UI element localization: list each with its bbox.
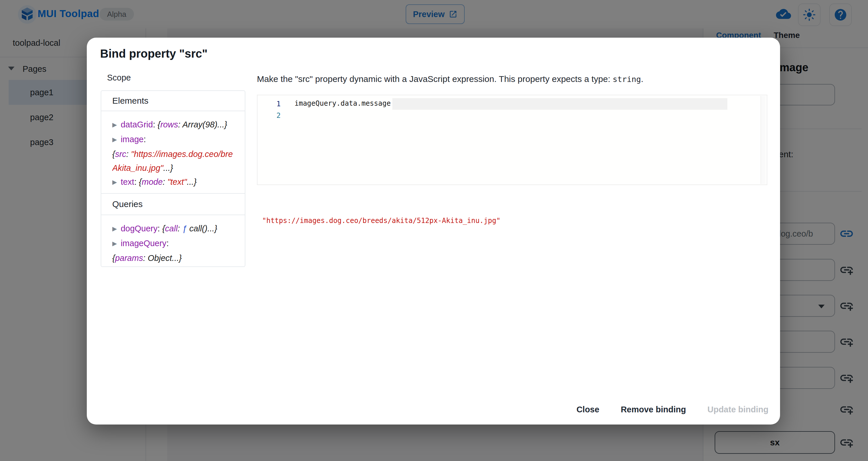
- close-button[interactable]: Close: [574, 402, 601, 417]
- expression-result: "https://images.dog.ceo/breeds/akita/512…: [262, 217, 500, 225]
- editor-scrollbar[interactable]: [761, 96, 766, 184]
- scope-section: Queries▶dogQuery: {call: ƒ call()...}▶im…: [101, 193, 245, 267]
- editor-code-line[interactable]: imageQuery.data.message: [294, 99, 391, 108]
- expander-icon[interactable]: ▶: [112, 175, 117, 189]
- scope-section: Elements▶dataGrid: {rows: Array(98)...}▶…: [101, 91, 245, 193]
- toolpad-editor-screen: MUI Toolpad Alpha Preview: [0, 0, 868, 461]
- description-text: Make the "src" property dynamic with a J…: [257, 74, 613, 84]
- scope-section-title: Queries: [101, 193, 245, 215]
- dialog-actions: CloseRemove bindingUpdate binding: [87, 402, 786, 417]
- line-number-2: 2: [252, 112, 281, 120]
- scope-section-title: Elements: [101, 91, 245, 111]
- scope-browser: Elements▶dataGrid: {rows: Array(98)...}▶…: [101, 90, 245, 267]
- line-number-1: 1: [252, 100, 281, 108]
- expander-icon[interactable]: ▶: [112, 133, 117, 146]
- tree-line[interactable]: ▶dogQuery: {call: ƒ call()...}: [112, 222, 241, 236]
- expander-icon[interactable]: ▶: [112, 237, 117, 251]
- description-period: .: [641, 74, 643, 84]
- description-type: string: [613, 75, 641, 84]
- dialog-title: Bind property "src": [100, 47, 208, 60]
- expander-icon[interactable]: ▶: [112, 118, 117, 132]
- tree-line: Akita_inu.jpg"...}: [112, 161, 241, 175]
- bind-property-dialog: Bind property "src" Scope Elements▶dataG…: [87, 38, 780, 425]
- tree-line: {params: Object...}: [112, 251, 241, 265]
- tree-line[interactable]: ▶imageQuery:: [112, 236, 241, 251]
- scope-label: Scope: [107, 73, 131, 83]
- remove-binding-button[interactable]: Remove binding: [618, 402, 688, 417]
- update-binding-button[interactable]: Update binding: [705, 402, 771, 417]
- tree-line: {src: "https://images.dog.ceo/bre: [112, 147, 241, 161]
- tree-line[interactable]: ▶dataGrid: {rows: Array(98)...}: [112, 118, 241, 132]
- expander-icon[interactable]: ▶: [112, 222, 117, 236]
- tree-line[interactable]: ▶image:: [112, 132, 241, 147]
- dialog-description: Make the "src" property dynamic with a J…: [257, 74, 644, 84]
- expression-editor[interactable]: 1 2 imageQuery.data.message: [257, 95, 767, 185]
- tree-line[interactable]: ▶text: {mode: "text"...}: [112, 175, 241, 190]
